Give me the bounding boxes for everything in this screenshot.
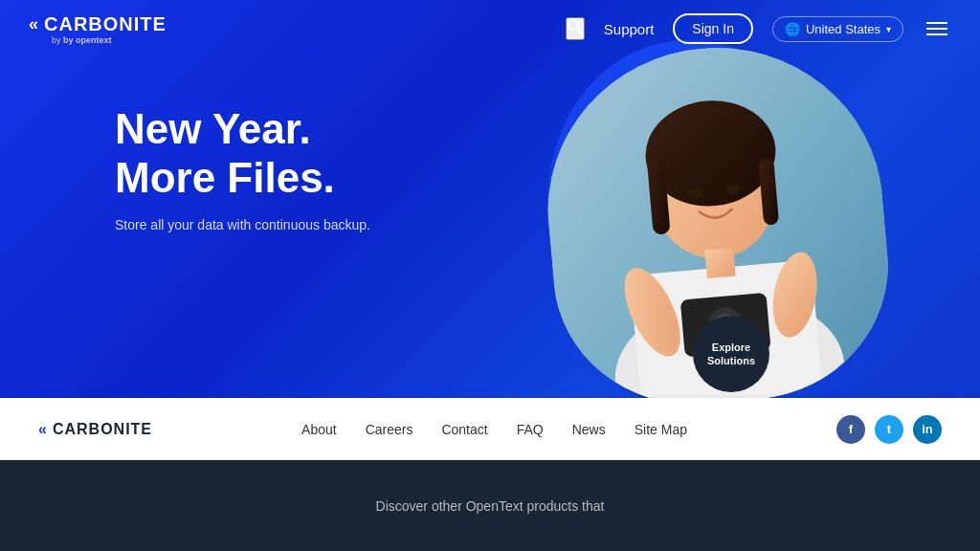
svg-line-17	[577, 30, 582, 34]
footer-nav: « CARBONITE About Careers Contact FAQ Ne…	[0, 398, 980, 460]
hero-section: Explore Solutions New Year. More Files. …	[0, 0, 980, 421]
footer-link-sitemap[interactable]: Site Map	[635, 422, 687, 437]
facebook-button[interactable]: f	[836, 415, 865, 444]
linkedin-button[interactable]: in	[913, 415, 942, 444]
footer-logo: « CARBONITE	[38, 421, 152, 438]
bottom-strip-text: Discover other OpenText products that	[376, 498, 605, 514]
hero-text-block: New Year. More Files. Store all your dat…	[115, 105, 370, 232]
footer-logo-text: CARBONITE	[53, 421, 152, 438]
svg-rect-13	[704, 248, 736, 279]
logo-text: CARBONITE	[44, 13, 167, 35]
support-link[interactable]: Support	[604, 21, 655, 37]
search-button[interactable]	[566, 17, 585, 40]
globe-icon: 🌐	[785, 22, 800, 36]
footer-logo-chevrons-icon: «	[38, 421, 47, 438]
hero-subtext: Store all your data with continuous back…	[115, 217, 370, 232]
logo-sub: by by opentext	[52, 35, 112, 45]
header: « CARBONITE by by opentext Support Sign …	[0, 0, 980, 57]
footer-social: f t in	[836, 415, 942, 444]
header-nav: Support Sign In 🌐 United States ▾	[566, 13, 951, 44]
footer-link-contact[interactable]: Contact	[441, 422, 487, 437]
footer-link-about[interactable]: About	[301, 422, 337, 437]
footer-link-news[interactable]: News	[572, 422, 606, 437]
chevron-down-icon: ▾	[886, 24, 891, 34]
hamburger-line-3	[926, 33, 947, 35]
logo: « CARBONITE by by opentext	[29, 13, 167, 45]
region-label: United States	[806, 22, 880, 36]
bottom-strip: Discover other OpenText products that	[0, 460, 980, 551]
logo-chevrons-icon: «	[29, 14, 38, 34]
footer-link-faq[interactable]: FAQ	[517, 422, 544, 437]
twitter-button[interactable]: t	[875, 415, 903, 444]
hamburger-line-2	[926, 28, 947, 30]
explore-solutions-button[interactable]: Explore Solutions	[693, 316, 769, 392]
hero-headline: New Year. More Files.	[115, 105, 370, 202]
hamburger-menu-button[interactable]	[923, 18, 951, 39]
hamburger-line-1	[926, 22, 947, 24]
footer-links: About Careers Contact FAQ News Site Map	[301, 422, 687, 437]
signin-button[interactable]: Sign In	[673, 13, 753, 44]
footer-link-careers[interactable]: Careers	[366, 422, 413, 437]
region-selector[interactable]: 🌐 United States ▾	[772, 16, 903, 42]
